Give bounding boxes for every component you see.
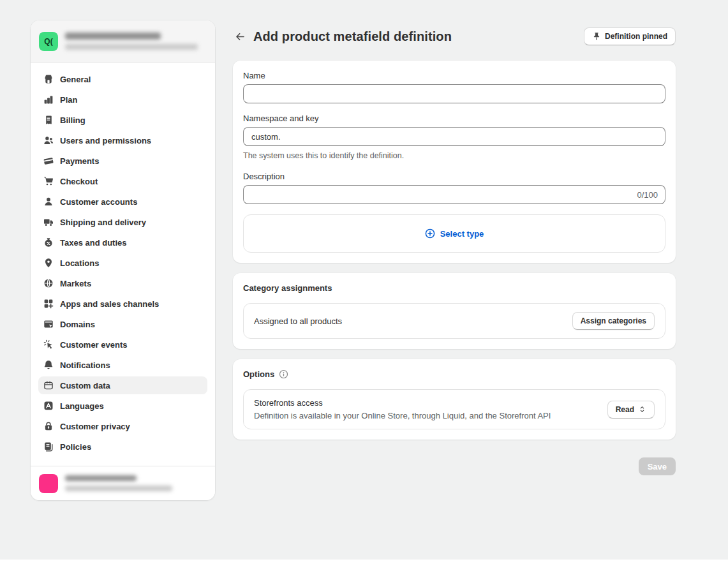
sidebar-item-plan[interactable]: Plan	[38, 91, 207, 108]
languages-icon	[43, 401, 54, 411]
options-card: Options Storefronts access Definition is…	[233, 359, 676, 440]
user-avatar	[39, 474, 58, 493]
back-arrow-icon	[235, 31, 246, 42]
shipping-icon	[43, 217, 54, 227]
sidebar-item-domains[interactable]: Domains	[38, 315, 207, 333]
save-button[interactable]: Save	[639, 457, 676, 475]
sidebar-item-label: Markets	[60, 279, 91, 288]
sidebar-item-label: Notifications	[60, 360, 110, 370]
sidebar-item-checkout[interactable]: Checkout	[38, 172, 207, 190]
namespace-help-text: The system uses this to identify the def…	[243, 151, 665, 160]
domains-icon	[43, 319, 54, 329]
select-type-label: Select type	[440, 229, 484, 239]
markets-icon	[43, 278, 54, 288]
sidebar-item-label: Policies	[60, 442, 91, 452]
user-email-redacted	[65, 486, 172, 491]
pin-icon	[592, 32, 601, 41]
sidebar-item-users-and-permissions[interactable]: Users and permissions	[38, 131, 207, 149]
sidebar-item-shipping-and-delivery[interactable]: Shipping and delivery	[38, 213, 207, 231]
sidebar-item-label: Payments	[60, 156, 99, 166]
description-input[interactable]	[243, 185, 665, 204]
sidebar-item-label: Shipping and delivery	[60, 218, 146, 227]
sidebar-item-label: Domains	[60, 320, 95, 329]
plan-icon	[43, 94, 54, 105]
sidebar-item-locations[interactable]: Locations	[38, 254, 207, 272]
sidebar-item-languages[interactable]: Languages	[38, 397, 207, 415]
sidebar-item-apps-and-sales-channels[interactable]: Apps and sales channels	[38, 295, 207, 313]
sidebar-item-label: Languages	[60, 401, 104, 411]
sidebar-item-label: Billing	[60, 115, 85, 125]
caret-updown-icon	[638, 405, 646, 413]
store-domain-redacted	[65, 44, 198, 50]
locations-icon	[43, 258, 54, 268]
page-title: Add product metafield definition	[253, 29, 584, 44]
customer-events-icon	[43, 339, 54, 350]
options-title: Options	[243, 369, 274, 379]
sidebar-item-label: Users and permissions	[60, 136, 151, 145]
select-type-button[interactable]: Select type	[243, 214, 665, 253]
info-icon[interactable]	[279, 369, 288, 379]
sidebar-item-billing[interactable]: Billing	[38, 111, 207, 129]
billing-icon	[43, 115, 54, 125]
user-name-redacted	[65, 475, 137, 481]
storefront-access-value: Read	[616, 405, 634, 414]
sidebar-item-label: Taxes and duties	[60, 238, 127, 248]
category-assignment-status: Assigned to all products	[254, 316, 342, 326]
custom-data-icon	[43, 380, 54, 390]
bottom-strip	[0, 560, 728, 564]
sidebar-item-customer-accounts[interactable]: Customer accounts	[38, 193, 207, 211]
sidebar-item-label: Locations	[60, 258, 99, 268]
sidebar-item-customer-events[interactable]: Customer events	[38, 336, 207, 353]
page-header: Add product metafield definition Definit…	[233, 27, 676, 45]
sidebar-item-markets[interactable]: Markets	[38, 274, 207, 292]
privacy-icon	[43, 421, 54, 431]
store-switcher[interactable]: Q(	[31, 20, 215, 63]
store-avatar: Q(	[39, 32, 58, 51]
sidebar-item-customer-privacy[interactable]: Customer privacy	[38, 417, 207, 435]
description-label: Description	[243, 172, 665, 181]
name-input[interactable]	[243, 84, 665, 103]
assign-categories-label: Assign categories	[581, 316, 646, 325]
storefront-access-select[interactable]: Read	[607, 401, 655, 419]
storefronts-access-description: Definition is available in your Online S…	[254, 411, 551, 420]
sidebar-item-taxes-and-duties[interactable]: Taxes and duties	[38, 234, 207, 251]
settings-nav: GeneralPlanBillingUsers and permissionsP…	[31, 63, 215, 466]
account-switcher[interactable]	[31, 466, 215, 500]
customer-accounts-icon	[43, 197, 54, 207]
namespace-key-input[interactable]	[243, 127, 665, 146]
store-icon	[43, 74, 54, 84]
users-icon	[43, 135, 54, 145]
sidebar-item-label: Checkout	[60, 177, 98, 186]
sidebar-item-policies[interactable]: Policies	[38, 438, 207, 456]
policies-icon	[43, 442, 54, 452]
sidebar-item-payments[interactable]: Payments	[38, 152, 207, 170]
apps-icon	[43, 299, 54, 309]
name-label: Name	[243, 71, 665, 80]
sidebar-item-label: Custom data	[60, 381, 110, 390]
sidebar-item-label: General	[60, 75, 91, 84]
checkout-icon	[43, 176, 54, 186]
definition-form-card: Name Namespace and key The system uses t…	[233, 61, 676, 263]
back-button[interactable]	[232, 28, 248, 45]
settings-sidebar: Q( GeneralPlanBillingUsers and permissio…	[31, 20, 215, 500]
definition-pinned-label: Definition pinned	[605, 32, 667, 41]
sidebar-item-label: Apps and sales channels	[60, 299, 159, 309]
plus-circle-icon	[425, 228, 435, 239]
taxes-icon	[43, 237, 54, 248]
storefronts-access-title: Storefronts access	[254, 398, 551, 408]
sidebar-item-notifications[interactable]: Notifications	[38, 356, 207, 374]
sidebar-item-label: Customer privacy	[60, 422, 130, 431]
sidebar-item-custom-data[interactable]: Custom data	[38, 376, 207, 394]
category-assignments-card: Category assignments Assigned to all pro…	[233, 273, 676, 349]
sidebar-item-label: Plan	[60, 95, 77, 105]
sidebar-item-general[interactable]: General	[38, 70, 207, 88]
namespace-label: Namespace and key	[243, 114, 665, 123]
category-assignments-title: Category assignments	[243, 283, 332, 293]
sidebar-item-label: Customer accounts	[60, 197, 137, 207]
definition-pinned-button[interactable]: Definition pinned	[584, 27, 676, 45]
sidebar-item-label: Customer events	[60, 340, 127, 350]
main-content: Add product metafield definition Definit…	[233, 27, 676, 475]
payments-icon	[43, 156, 54, 166]
assign-categories-button[interactable]: Assign categories	[572, 312, 655, 330]
notifications-icon	[43, 360, 54, 370]
